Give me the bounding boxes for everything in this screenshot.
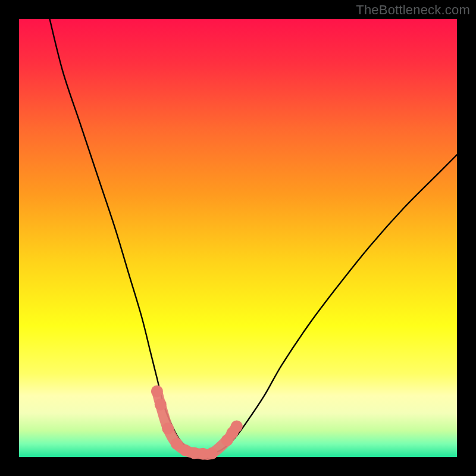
watermark-text: TheBottleneck.com bbox=[356, 2, 470, 18]
plot-area bbox=[19, 19, 457, 457]
marker-point bbox=[155, 399, 167, 411]
background-gradient bbox=[19, 19, 457, 457]
marker-point bbox=[151, 386, 163, 397]
marker-point bbox=[162, 422, 174, 434]
chart-svg bbox=[19, 19, 457, 457]
marker-point bbox=[231, 420, 243, 432]
marker-point bbox=[206, 447, 218, 459]
outer-black-frame: TheBottleneck.com bbox=[0, 0, 476, 476]
